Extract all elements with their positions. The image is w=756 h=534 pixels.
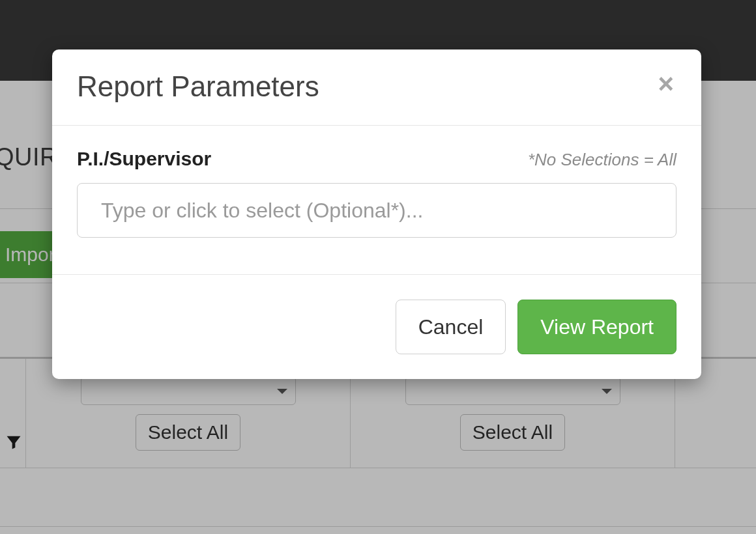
field-hint: *No Selections = All bbox=[528, 150, 676, 170]
modal-title: Report Parameters bbox=[77, 70, 319, 103]
view-report-button[interactable]: View Report bbox=[517, 300, 676, 354]
close-icon[interactable]: × bbox=[655, 70, 676, 98]
cancel-button[interactable]: Cancel bbox=[396, 300, 506, 354]
pi-supervisor-label: P.I./Supervisor bbox=[77, 148, 211, 170]
modal-body: P.I./Supervisor *No Selections = All bbox=[52, 126, 701, 274]
pi-supervisor-input[interactable] bbox=[77, 183, 676, 238]
modal-header: Report Parameters × bbox=[52, 49, 701, 126]
field-header-row: P.I./Supervisor *No Selections = All bbox=[77, 148, 676, 170]
report-parameters-modal: Report Parameters × P.I./Supervisor *No … bbox=[52, 49, 701, 379]
modal-footer: Cancel View Report bbox=[52, 274, 701, 379]
